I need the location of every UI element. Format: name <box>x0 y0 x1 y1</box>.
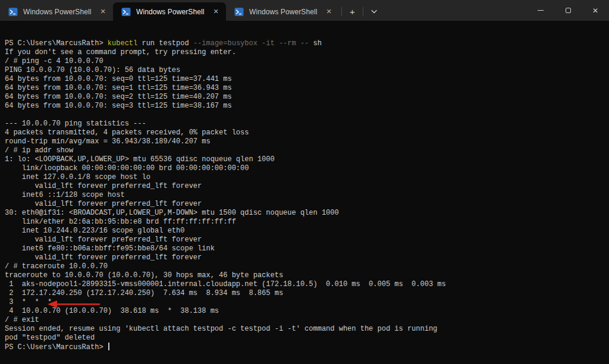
maximize-icon <box>566 8 571 13</box>
terminal-line: 30: eth0@if31: <BROADCAST,UP,LOWER_UP,M-… <box>5 209 609 218</box>
text-cursor <box>108 343 109 350</box>
terminal-line: inet6 fe80::b06a:bbff:fe95:bbe8/64 scope… <box>5 244 609 253</box>
tab-windows-powershell-2-active[interactable]: Windows PowerShell ✕ <box>113 2 226 21</box>
tab-windows-powershell-3[interactable]: Windows PowerShell ✕ <box>226 2 339 21</box>
minimize-button[interactable] <box>527 0 554 21</box>
terminal-line: 3 * * * <box>5 298 609 307</box>
terminal-line: / # ping -c 4 10.0.0.70 <box>5 57 609 66</box>
terminal-line: 1 aks-nodepool1-28993315-vmss000001.inte… <box>5 280 609 289</box>
minimize-icon <box>538 10 544 11</box>
titlebar: Windows PowerShell ✕ Windows PowerShell … <box>0 0 609 21</box>
tab-close-icon[interactable]: ✕ <box>324 7 334 17</box>
tab-windows-powershell-1[interactable]: Windows PowerShell ✕ <box>0 2 113 21</box>
terminal-line: 64 bytes from 10.0.0.70: seq=3 ttl=125 t… <box>5 102 609 111</box>
tab-title: Windows PowerShell <box>23 8 98 16</box>
terminal-line: 4 10.0.0.70 (10.0.0.70) 38.618 ms * 38.1… <box>5 307 609 316</box>
close-button[interactable]: ✕ <box>582 0 609 21</box>
terminal-line: valid_lft forever preferred_lft forever <box>5 200 609 209</box>
terminal-line <box>5 111 609 120</box>
close-icon: ✕ <box>592 7 598 14</box>
terminal-line: 64 bytes from 10.0.0.70: seq=1 ttl=125 t… <box>5 84 609 93</box>
terminal-line: valid_lft forever preferred_lft forever <box>5 236 609 244</box>
terminal-line: traceroute to 10.0.0.70 (10.0.0.70), 30 … <box>5 271 609 280</box>
tab-dropdown-button[interactable] <box>366 3 382 20</box>
terminal-line: PING 10.0.0.70 (10.0.0.70): 56 data byte… <box>5 66 609 75</box>
terminal-line: inet 10.244.0.223/16 scope global eth0 <box>5 227 609 236</box>
tab-title: Windows PowerShell <box>136 8 211 16</box>
terminal-line: inet 127.0.0.1/8 scope host lo <box>5 173 609 182</box>
terminal-line: 64 bytes from 10.0.0.70: seq=0 ttl=125 t… <box>5 75 609 84</box>
terminal-line: round-trip min/avg/max = 36.943/38.189/4… <box>5 137 609 146</box>
tab-title: Windows PowerShell <box>249 8 324 16</box>
powershell-icon <box>8 7 18 17</box>
terminal-line: --- 10.0.0.70 ping statistics --- <box>5 120 609 128</box>
new-tab-button[interactable]: + <box>344 3 360 20</box>
terminal-output: PS C:\Users\MarcusRath> kubectl run test… <box>5 39 609 352</box>
tab-strip: Windows PowerShell ✕ Windows PowerShell … <box>0 0 382 21</box>
terminal-line: 2 172.17.240.250 (172.17.240.250) 7.634 … <box>5 289 609 298</box>
tab-close-icon[interactable]: ✕ <box>211 7 221 17</box>
terminal-line: / # ip addr show <box>5 146 609 155</box>
terminal-line: Session ended, resume using 'kubectl att… <box>5 325 609 334</box>
terminal-line: / # traceroute 10.0.0.70 <box>5 262 609 271</box>
powershell-icon <box>234 7 244 17</box>
terminal-line: PS C:\Users\MarcusRath> <box>5 343 609 352</box>
powershell-icon <box>121 7 131 17</box>
tab-close-icon[interactable]: ✕ <box>98 7 108 17</box>
terminal-line: 4 packets transmitted, 4 packets receive… <box>5 128 609 137</box>
terminal-line: 1: lo: <LOOPBACK,UP,LOWER_UP> mtu 65536 … <box>5 155 609 164</box>
divider <box>341 7 342 16</box>
terminal-viewport[interactable]: PS C:\Users\MarcusRath> kubectl run test… <box>0 21 609 364</box>
divider <box>363 7 363 16</box>
terminal-line: valid_lft forever preferred_lft forever <box>5 253 609 262</box>
terminal-line: If you don't see a command prompt, try p… <box>5 48 609 57</box>
terminal-line: link/loopback 00:00:00:00:00:00 brd 00:0… <box>5 164 609 173</box>
terminal-line: inet6 ::1/128 scope host <box>5 191 609 200</box>
terminal-line: valid_lft forever preferred_lft forever <box>5 182 609 191</box>
terminal-line: pod "testpod" deleted <box>5 334 609 343</box>
chevron-down-icon <box>371 10 377 14</box>
maximize-button[interactable] <box>554 0 582 21</box>
terminal-line: / # exit <box>5 316 609 325</box>
terminal-line: link/ether b2:6a:bb:95:bb:e8 brd ff:ff:f… <box>5 218 609 227</box>
window-controls: ✕ <box>527 0 609 21</box>
terminal-line: PS C:\Users\MarcusRath> kubectl run test… <box>5 39 609 48</box>
terminal-line: 64 bytes from 10.0.0.70: seq=2 ttl=125 t… <box>5 93 609 102</box>
